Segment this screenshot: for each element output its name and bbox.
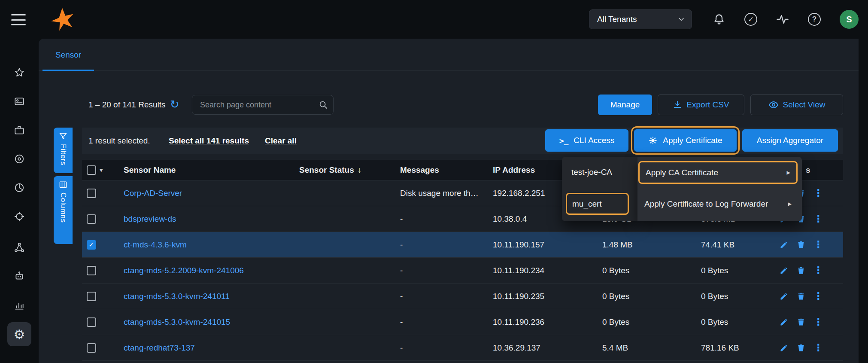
notifications-bell-icon[interactable] xyxy=(713,13,725,26)
row-checkbox[interactable] xyxy=(87,189,96,198)
menu-item-apply-ca-certificate[interactable]: Apply CA Certificate ▸ xyxy=(638,161,798,184)
messages-cell: - xyxy=(400,240,493,250)
terminal-icon: >_ xyxy=(559,136,569,145)
edit-pencil-icon[interactable] xyxy=(779,317,789,327)
refresh-icon[interactable]: ↻ xyxy=(170,94,179,115)
assign-aggregator-button[interactable]: Assign Aggregator xyxy=(742,129,838,152)
subscriptions-card-icon[interactable] xyxy=(0,96,39,107)
manage-button[interactable]: Manage xyxy=(598,95,652,115)
table-row[interactable]: ctang-mds-5.2.2009-kvm-241006 - 10.11.19… xyxy=(82,258,843,284)
tenant-selector-value: All Tenants xyxy=(597,15,637,24)
sensor-name-link[interactable]: ctang-mds-5.3.0-kvm-241011 xyxy=(124,292,230,301)
apply-certificate-button[interactable]: Apply Certificate xyxy=(634,129,737,152)
clear-all-link[interactable]: Clear all xyxy=(265,136,297,146)
delete-trash-icon[interactable] xyxy=(796,317,806,327)
select-view-button[interactable]: Select View xyxy=(750,95,843,115)
edit-pencil-icon[interactable] xyxy=(779,240,789,250)
size-cell: 781.16 KB xyxy=(701,343,773,353)
select-all-link[interactable]: Select all 141 results xyxy=(169,136,249,146)
more-actions-icon[interactable]: ⋮ xyxy=(813,214,823,224)
more-actions-icon[interactable]: ⋮ xyxy=(813,291,823,301)
selection-bar: 1 result selected. Select all 141 result… xyxy=(82,128,843,154)
edit-pencil-icon[interactable] xyxy=(779,343,789,353)
eye-icon xyxy=(768,100,779,110)
tasks-check-icon[interactable]: ✓ xyxy=(744,13,757,26)
table-row[interactable]: ctang-redhat73-137 - 10.36.29.137 5.4 MB… xyxy=(82,335,843,361)
messages-cell: Disk usage more th… xyxy=(400,189,493,198)
menu-item-apply-cert-log-forwarder[interactable]: Apply Certificate to Log Forwarder ▸ xyxy=(638,193,798,215)
row-checkbox[interactable] xyxy=(87,266,96,275)
settings-gear-icon[interactable]: ⚙ xyxy=(7,322,31,346)
delete-trash-icon[interactable] xyxy=(796,240,806,250)
more-actions-icon[interactable]: ⋮ xyxy=(813,317,823,327)
size-cell: 0 Bytes xyxy=(701,266,773,275)
user-avatar[interactable]: S xyxy=(840,10,859,29)
search-icon xyxy=(319,100,328,110)
more-actions-icon[interactable]: ⋮ xyxy=(813,343,823,353)
sensor-name-link[interactable]: ctang-redhat73-137 xyxy=(124,343,195,352)
more-actions-icon[interactable]: ⋮ xyxy=(813,188,823,198)
ip-cell: 10.11.190.235 xyxy=(493,292,602,301)
header-messages[interactable]: Messages xyxy=(400,165,493,175)
activity-pulse-icon[interactable] xyxy=(776,13,789,26)
filter-funnel-icon xyxy=(59,132,67,140)
top-bar: All Tenants ✓ ? S xyxy=(0,0,868,39)
row-checkbox[interactable] xyxy=(87,292,96,301)
messages-cell: - xyxy=(400,266,493,275)
analytics-pie-icon[interactable] xyxy=(0,182,39,193)
submenu-arrow-icon: ▸ xyxy=(786,168,790,177)
metrics-chart-icon[interactable] xyxy=(0,300,39,311)
ip-cell: 10.11.190.236 xyxy=(493,317,602,327)
table-row-selected[interactable]: ✓ ct-mds-4.3.6-kvm - 10.11.190.157 1.48 … xyxy=(82,232,843,258)
row-checkbox[interactable] xyxy=(87,214,96,224)
hamburger-menu-icon[interactable] xyxy=(11,14,26,25)
tab-sensor[interactable]: Sensor xyxy=(42,39,94,71)
table-row[interactable]: ctang-mds-5.3.0-kvm-241015 - 10.11.190.2… xyxy=(82,309,843,335)
chevron-down-icon xyxy=(677,15,686,24)
ip-cell: 10.36.29.137 xyxy=(493,343,602,353)
sensor-name-link[interactable]: bdspreview-ds xyxy=(124,214,176,223)
menu-item-cert-highlighted[interactable]: mu_cert xyxy=(566,193,629,215)
table-row[interactable]: ctang-mds-5.3.0-kvm-241011 - 10.11.190.2… xyxy=(82,284,843,309)
header-sensor-status[interactable]: Sensor Status ↓ xyxy=(299,165,400,175)
filters-side-tab[interactable]: Filters xyxy=(54,128,73,173)
row-checkbox[interactable] xyxy=(87,317,96,327)
tenant-selector[interactable]: All Tenants xyxy=(589,9,692,29)
cases-briefcase-icon[interactable] xyxy=(0,125,39,136)
checkbox-caret-icon[interactable]: ▾ xyxy=(100,166,103,174)
size-cell: 1.48 MB xyxy=(602,240,701,250)
more-actions-icon[interactable]: ⋮ xyxy=(813,240,823,250)
app-window: All Tenants ✓ ? S xyxy=(0,0,868,363)
sensor-name-link[interactable]: Corp-AD-Server xyxy=(124,189,182,198)
packets-disc-icon[interactable] xyxy=(0,153,39,165)
header-sensor-name[interactable]: Sensor Name xyxy=(124,165,299,175)
more-actions-icon[interactable]: ⋮ xyxy=(813,265,823,275)
certificate-submenu: test-joe-CA mu_cert xyxy=(562,157,637,221)
columns-side-tab[interactable]: Columns xyxy=(54,176,73,244)
sensor-name-link[interactable]: ctang-mds-5.2.2009-kvm-241006 xyxy=(124,266,244,275)
delete-trash-icon[interactable] xyxy=(796,343,806,353)
messages-cell: - xyxy=(400,214,493,224)
brand-logo-icon[interactable] xyxy=(50,7,75,32)
edit-pencil-icon[interactable] xyxy=(779,292,789,301)
menu-item-cert[interactable]: test-joe-CA xyxy=(566,161,633,183)
sensor-name-link[interactable]: ct-mds-4.3.6-kvm xyxy=(124,240,187,249)
search-input[interactable] xyxy=(199,100,319,110)
help-icon[interactable]: ? xyxy=(808,13,821,26)
delete-trash-icon[interactable] xyxy=(796,292,806,301)
delete-trash-icon[interactable] xyxy=(796,266,806,275)
edit-pencil-icon[interactable] xyxy=(779,266,789,275)
select-all-checkbox[interactable] xyxy=(87,165,96,175)
cli-access-button[interactable]: >_ CLI Access xyxy=(545,129,628,152)
row-checkbox-checked[interactable]: ✓ xyxy=(87,240,96,250)
row-checkbox[interactable] xyxy=(87,343,96,353)
ip-cell: 10.11.190.157 xyxy=(493,240,602,250)
network-graph-icon[interactable] xyxy=(0,242,39,253)
bot-icon[interactable] xyxy=(0,271,39,282)
detections-target-icon[interactable] xyxy=(0,211,39,222)
results-count: 1 – 20 of 141 Results xyxy=(88,95,166,115)
sensor-name-link[interactable]: ctang-mds-5.3.0-kvm-241015 xyxy=(124,317,230,326)
topbar-right-cluster: All Tenants ✓ ? S xyxy=(589,0,859,39)
favorites-star-icon[interactable] xyxy=(0,67,39,78)
export-csv-button[interactable]: Export CSV xyxy=(658,95,744,115)
